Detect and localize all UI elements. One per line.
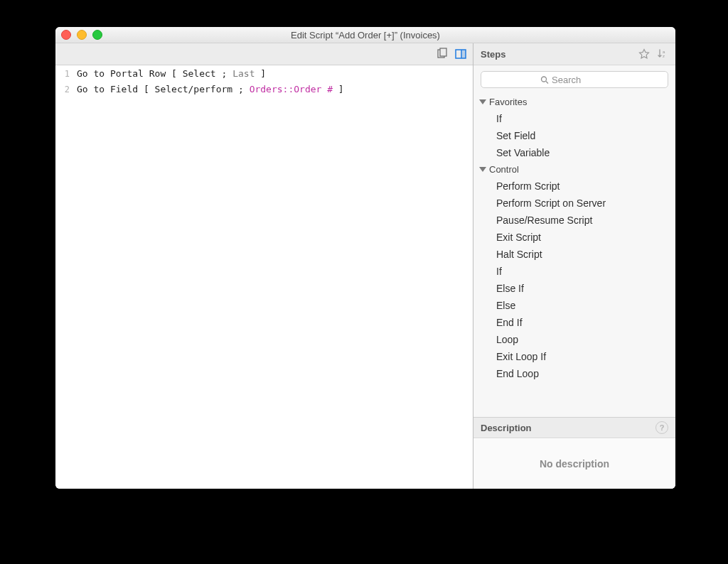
window-controls	[61, 30, 102, 40]
step-item[interactable]: Else	[473, 297, 675, 314]
steps-group-name: Favorites	[489, 97, 527, 107]
minimize-icon[interactable]	[77, 30, 87, 40]
script-line[interactable]: 2Go to Field [ Select/perform ; Orders::…	[55, 84, 473, 99]
step-item[interactable]: Loop	[473, 331, 675, 348]
step-item[interactable]: Pause/Resume Script	[473, 212, 675, 229]
maximize-icon[interactable]	[92, 30, 102, 40]
step-item[interactable]: End If	[473, 314, 675, 331]
steps-header: Steps a z	[473, 43, 675, 65]
description-header: Description ?	[473, 417, 675, 438]
line-number: 2	[60, 85, 70, 94]
script-line[interactable]: 1Go to Portal Row [ Select ; Last ]	[55, 68, 473, 84]
svg-rect-3	[461, 50, 466, 58]
steps-group-header[interactable]: Control	[473, 161, 675, 178]
svg-rect-1	[440, 48, 446, 56]
sort-az-icon[interactable]: a z	[657, 48, 668, 60]
description-header-label: Description	[481, 423, 532, 433]
svg-text:z: z	[663, 54, 665, 58]
step-item[interactable]: Set Field	[473, 127, 675, 144]
step-item[interactable]: Perform Script	[473, 178, 675, 195]
line-content: Go to Portal Row [ Select ; Last ]	[77, 68, 266, 79]
help-icon[interactable]: ?	[655, 421, 668, 434]
description-body: No description	[473, 438, 675, 489]
window-body: 1Go to Portal Row [ Select ; Last ]2Go t…	[55, 43, 675, 489]
step-item[interactable]: Set Variable	[473, 144, 675, 161]
step-item[interactable]: Else If	[473, 280, 675, 297]
steps-group-name: Control	[489, 164, 519, 175]
step-item[interactable]: Exit Script	[473, 229, 675, 246]
disclosure-triangle-icon	[479, 99, 486, 104]
search-wrap: Search	[473, 65, 675, 94]
steps-list: FavoritesIfSet FieldSet VariableControlP…	[473, 94, 675, 417]
description-text: No description	[540, 458, 609, 470]
step-item[interactable]: Perform Script on Server	[473, 195, 675, 212]
editor-toolbar	[55, 43, 473, 65]
step-item[interactable]: Exit Loop If	[473, 348, 675, 365]
close-icon[interactable]	[61, 30, 71, 40]
titlebar: Edit Script “Add Order [+]” (Invoices)	[55, 27, 675, 43]
window-title: Edit Script “Add Order [+]” (Invoices)	[291, 30, 440, 40]
line-number: 1	[60, 69, 70, 79]
steps-search-input[interactable]	[481, 71, 668, 88]
steps-group-header[interactable]: Favorites	[473, 94, 675, 110]
disclosure-triangle-icon	[479, 167, 486, 172]
editor-pane: 1Go to Portal Row [ Select ; Last ]2Go t…	[55, 43, 473, 489]
side-panel-toggle-icon[interactable]	[454, 48, 467, 60]
step-item[interactable]: If	[473, 110, 675, 127]
favorite-star-icon[interactable]	[638, 48, 650, 60]
step-item[interactable]: End Loop	[473, 365, 675, 382]
script-editor-window: Edit Script “Add Order [+]” (Invoices)	[55, 27, 675, 489]
line-content: Go to Field [ Select/perform ; Orders::O…	[77, 84, 344, 94]
steps-pane: Steps a z	[473, 43, 675, 489]
steps-header-label: Steps	[481, 49, 505, 60]
copy-icon[interactable]	[436, 48, 449, 60]
step-item[interactable]: Halt Script	[473, 246, 675, 263]
script-lines[interactable]: 1Go to Portal Row [ Select ; Last ]2Go t…	[55, 65, 473, 489]
step-item[interactable]: If	[473, 263, 675, 280]
